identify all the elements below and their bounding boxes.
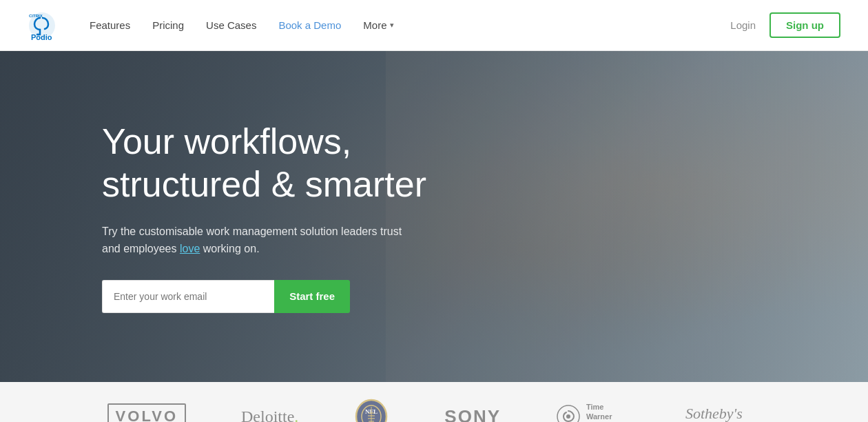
time-warner-text: Time Warner Cable [586,402,612,422]
nav-links: Features Pricing Use Cases Book a Demo M… [90,19,730,31]
svg-rect-3 [386,51,868,382]
volvo-logo: VOLVO [107,403,186,422]
use-cases-nav-link[interactable]: Use Cases [206,19,256,31]
twc-spiral-icon [556,404,581,422]
svg-point-12 [557,405,579,422]
svg-text:Podio: Podio [31,33,52,40]
logo-link[interactable]: CITRIX Podio [28,11,62,40]
login-link[interactable]: Login [730,19,756,31]
time-warner-cable-logo: Time Warner Cable [556,402,612,422]
email-input[interactable] [102,280,274,313]
sony-logo: SONY [444,406,501,423]
logos-bar: VOLVO Deloitte. NFL SONY Time [0,382,868,422]
start-free-button[interactable]: Start free [274,280,350,313]
navbar: CITRIX Podio Features Pricing Use Cases … [0,0,868,51]
love-highlight: love [180,243,200,254]
hero-email-form: Start free [102,280,350,313]
more-nav-link[interactable]: More ▾ [363,19,393,31]
nfl-logo: NFL [353,399,389,422]
citrix-podio-logo: CITRIX Podio [28,11,56,40]
sothebys-logo: Sotheby's INTERNATIONAL REALTY [668,405,761,423]
hero-title: Your workflows, structured & smarter [102,120,426,206]
nfl-logo-svg: NFL [353,399,389,422]
features-nav-link[interactable]: Features [90,19,130,31]
hero-subtitle: Try the customisable work management sol… [102,223,419,258]
svg-point-13 [566,414,570,419]
book-demo-nav-link[interactable]: Book a Demo [278,19,341,31]
hero-people-decoration [386,51,868,382]
chevron-down-icon: ▾ [390,21,394,30]
deloitte-logo: Deloitte. [241,408,298,423]
hero-content: Your workflows, structured & smarter Try… [0,120,426,313]
hero-section: Your workflows, structured & smarter Try… [0,51,868,382]
pricing-nav-link[interactable]: Pricing [152,19,184,31]
signup-button[interactable]: Sign up [769,12,840,38]
nav-actions: Login Sign up [730,12,840,38]
svg-text:CITRIX: CITRIX [29,14,43,18]
